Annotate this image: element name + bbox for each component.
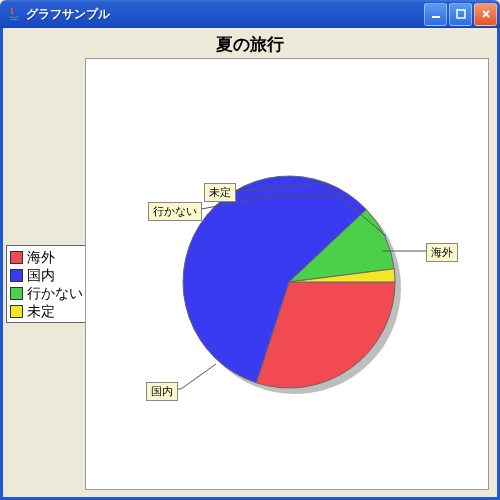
pie-chart [86,59,488,489]
slice-label-nogo: 行かない [148,202,202,221]
java-icon [6,6,22,22]
legend-item: 国内 [10,266,83,284]
minimize-button[interactable] [424,3,447,26]
chart-title: 夏の旅行 [3,28,497,56]
svg-rect-0 [432,16,440,18]
window-frame: グラフサンプル 夏の旅行 海外 国内 行かない 未定 [0,0,500,500]
titlebar[interactable]: グラフサンプル [0,0,500,28]
legend-swatch [10,269,23,282]
slice-label-undecided: 未定 [204,183,236,202]
legend-item: 海外 [10,248,83,266]
slice-label-overseas: 海外 [426,243,458,262]
svg-rect-1 [457,10,465,18]
legend-item: 未定 [10,302,83,320]
client-area: 夏の旅行 海外 国内 行かない 未定 [0,28,500,500]
legend-item: 行かない [10,284,83,302]
close-button[interactable] [474,3,497,26]
legend-swatch [10,287,23,300]
legend-swatch [10,305,23,318]
leader-domestic [174,364,216,389]
legend-label: 海外 [27,248,55,266]
legend-swatch [10,251,23,264]
slice-label-domestic: 国内 [146,382,178,401]
legend-label: 未定 [27,302,55,320]
legend-label: 国内 [27,266,55,284]
legend: 海外 国内 行かない 未定 [6,245,89,323]
chart-panel: 海外 国内 行かない 未定 [85,58,489,490]
window-title: グラフサンプル [26,6,424,23]
maximize-button[interactable] [449,3,472,26]
window-buttons [424,3,497,26]
legend-label: 行かない [27,284,83,302]
